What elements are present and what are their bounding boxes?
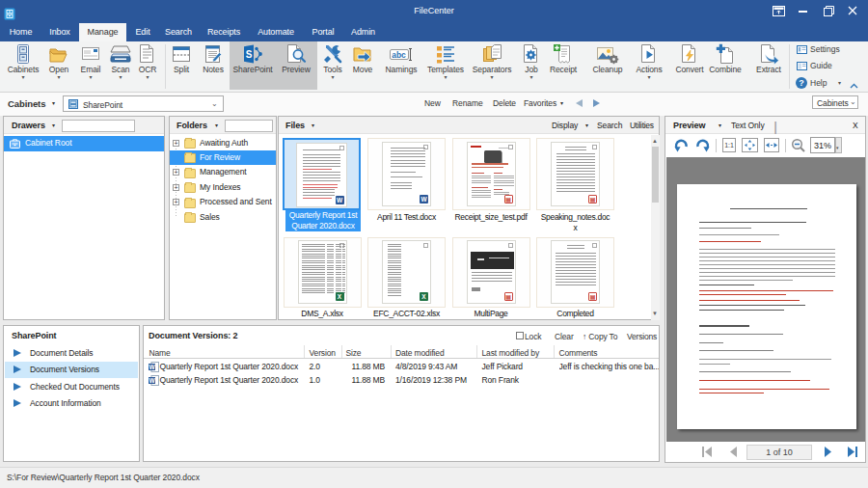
svg-text:?: ? [799,78,804,88]
svg-text:W: W [149,377,155,384]
svg-text:abc: abc [392,50,406,60]
svg-text:W: W [149,364,155,370]
svg-text:S: S [246,49,253,60]
